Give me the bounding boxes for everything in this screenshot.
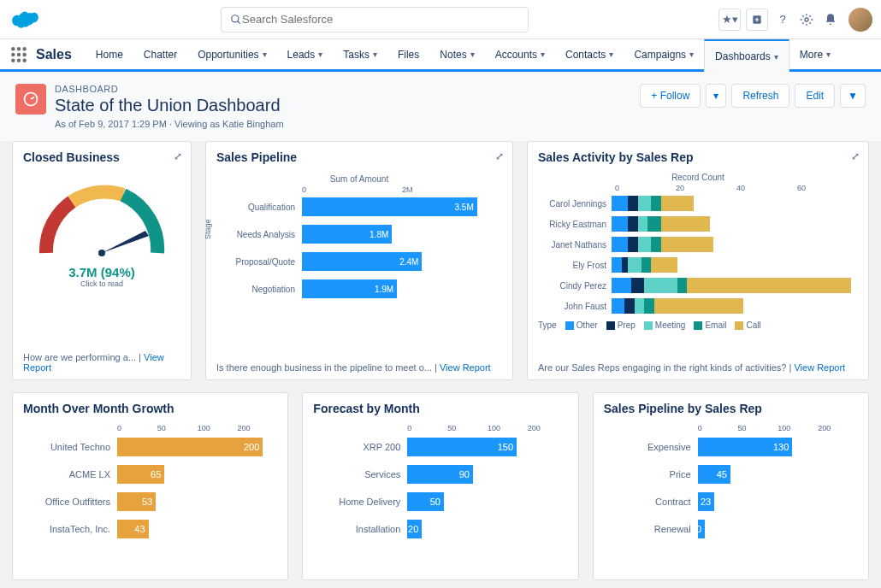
nav-tab-notes[interactable]: Notes▾ <box>429 39 484 69</box>
bar-segment[interactable] <box>612 278 631 293</box>
bar-segment[interactable] <box>638 216 648 232</box>
bar-segment[interactable] <box>612 237 628 252</box>
global-search[interactable] <box>221 7 529 32</box>
bar[interactable]: 45 <box>698 465 730 484</box>
bar-label: Ricky Eastman <box>538 220 612 229</box>
bar-segment[interactable] <box>647 216 660 232</box>
bar[interactable]: 65 <box>117 465 164 484</box>
bar-segment[interactable] <box>651 237 661 252</box>
bar-value: 1.8M <box>370 230 388 239</box>
notifications-button[interactable] <box>821 10 840 29</box>
bar-segment[interactable] <box>624 298 635 314</box>
user-avatar[interactable] <box>848 8 872 32</box>
bar-segment[interactable] <box>661 216 711 232</box>
setup-button[interactable] <box>797 10 816 29</box>
view-report-link[interactable]: View Report <box>440 362 491 373</box>
nav-tab-opportunities[interactable]: Opportunities▾ <box>187 39 276 69</box>
bar-segment[interactable] <box>628 196 638 211</box>
bar-segment[interactable] <box>644 298 654 314</box>
bar-segment[interactable] <box>642 257 652 273</box>
bar[interactable]: 43 <box>117 520 149 538</box>
svg-point-3 <box>805 18 808 21</box>
bar[interactable]: 1.8M <box>302 225 392 244</box>
bar[interactable]: 1.9M <box>302 279 397 298</box>
expand-icon[interactable]: ⤢ <box>174 150 182 162</box>
bar-segment[interactable] <box>638 196 651 211</box>
bar[interactable]: 200 <box>117 438 263 456</box>
bar[interactable]: 10 <box>698 520 706 538</box>
bar-label: Renewal <box>604 524 698 534</box>
card-forecast: Forecast by Month 050100200XRP 200150Ser… <box>302 392 578 580</box>
nav-tab-campaigns[interactable]: Campaigns▾ <box>624 39 704 69</box>
bar-segment[interactable] <box>628 237 638 252</box>
bar-segment[interactable] <box>612 257 622 273</box>
svg-point-5 <box>17 47 21 50</box>
bar-segment[interactable] <box>628 216 638 232</box>
bar-segment[interactable] <box>612 216 628 232</box>
bar-segment[interactable] <box>628 257 641 273</box>
follow-button[interactable]: + Follow <box>640 84 701 108</box>
nav-tab-dashboards[interactable]: Dashboards▾ <box>704 39 789 72</box>
bar-segment[interactable] <box>661 237 713 252</box>
card-sales-activity: Sales Activity by Sales Rep ⤢ Record Cou… <box>527 141 869 380</box>
bar[interactable]: 130 <box>698 438 793 456</box>
nav-tab-files[interactable]: Files <box>387 39 429 69</box>
bar[interactable]: 53 <box>117 492 156 511</box>
bar-label: Janet Nathans <box>538 240 612 250</box>
bar-segment[interactable] <box>654 298 743 314</box>
expand-icon[interactable]: ⤢ <box>851 150 860 162</box>
bar-segment[interactable] <box>661 196 694 211</box>
bar-segment[interactable] <box>638 237 651 252</box>
edit-dropdown-button[interactable]: ▼ <box>840 84 866 108</box>
bar-value: 1.9M <box>375 285 393 294</box>
nav-tab-chatter[interactable]: Chatter <box>133 39 187 69</box>
bell-icon <box>824 13 837 26</box>
edit-button[interactable]: Edit <box>795 84 835 108</box>
nav-tab-contacts[interactable]: Contacts▾ <box>555 39 624 69</box>
gauge-value: 3.7M (94%) <box>68 265 135 279</box>
nav-tab-accounts[interactable]: Accounts▾ <box>485 39 555 69</box>
add-button[interactable] <box>746 9 768 31</box>
bar-segment[interactable] <box>612 298 624 314</box>
app-launcher-icon[interactable] <box>10 46 27 63</box>
svg-point-7 <box>11 52 15 56</box>
view-report-link[interactable]: View Report <box>794 362 845 373</box>
bar-segment[interactable] <box>677 278 688 293</box>
card-question: Is there enough business in the pipeline… <box>216 362 432 373</box>
bar[interactable]: 2.4M <box>302 252 422 271</box>
more-follow-button[interactable]: ▾ <box>706 84 726 108</box>
bar-segment[interactable] <box>687 278 851 293</box>
bar-segment[interactable] <box>651 257 677 273</box>
bar-segment[interactable] <box>651 196 661 211</box>
bar[interactable]: 20 <box>407 520 422 538</box>
search-input[interactable] <box>242 13 519 26</box>
bar-segment[interactable] <box>622 257 629 273</box>
bar-label: InstaTech, Inc. <box>23 524 117 534</box>
bar-value: 50 <box>430 497 440 507</box>
header-eyebrow: DASHBOARD <box>55 84 284 94</box>
bar[interactable]: 90 <box>407 465 473 484</box>
header-actions: ★▾ ? <box>718 8 872 32</box>
nav-tab-tasks[interactable]: Tasks▾ <box>333 39 387 69</box>
expand-icon[interactable]: ⤢ <box>495 150 504 162</box>
nav-tab-more[interactable]: More▾ <box>789 39 841 69</box>
bar-value: 2.4M <box>399 257 418 267</box>
nav-tab-home[interactable]: Home <box>86 39 133 69</box>
bar-segment[interactable] <box>631 278 644 293</box>
favorites-button[interactable]: ★▾ <box>718 9 741 31</box>
bar[interactable]: 150 <box>407 438 517 456</box>
bar-segment[interactable] <box>644 278 677 293</box>
legend-swatch <box>606 321 615 330</box>
nav-tab-leads[interactable]: Leads▾ <box>277 39 334 69</box>
bar[interactable]: 3.5M <box>302 197 477 216</box>
bar[interactable]: 23 <box>698 492 715 511</box>
bar[interactable]: 50 <box>407 492 444 511</box>
chevron-down-icon: ▾ <box>263 50 267 59</box>
bar-segment[interactable] <box>612 196 628 211</box>
bar-label: United Techno <box>23 442 117 452</box>
legend-label: Type <box>538 320 557 330</box>
help-button[interactable]: ? <box>773 10 792 29</box>
refresh-button[interactable]: Refresh <box>731 84 789 108</box>
bar-row: Renewal10 <box>604 520 858 538</box>
bar-segment[interactable] <box>635 298 645 314</box>
